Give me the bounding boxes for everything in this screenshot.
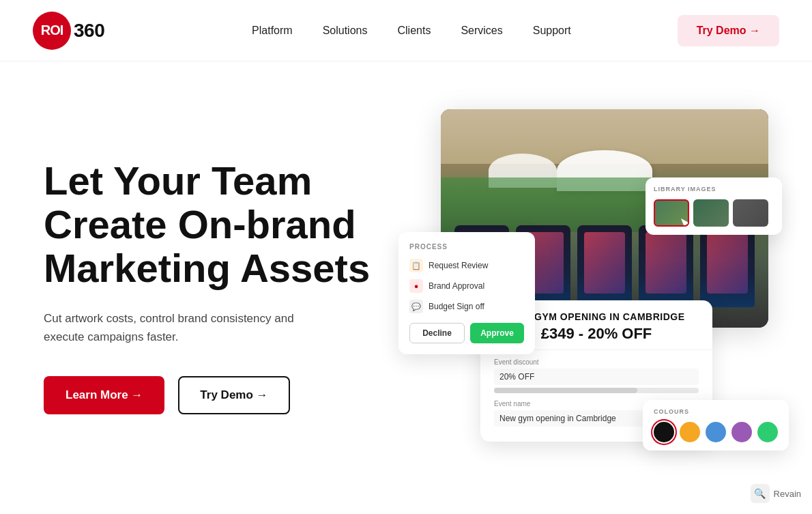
library-image-2[interactable] [693, 199, 729, 227]
colour-purple[interactable] [731, 422, 752, 442]
process-request-text: Request Review [429, 261, 488, 270]
nav-platform[interactable]: Platform [252, 25, 293, 37]
logo-roi: ROI [41, 23, 63, 38]
hero-title: Let Your Team Create On-brand Marketing … [44, 159, 371, 289]
library-panel: LIBRARY IMAGES [646, 177, 782, 235]
cursor-icon [681, 218, 689, 227]
colour-blue[interactable] [706, 422, 726, 442]
header-try-demo-button[interactable]: Try Demo → [678, 15, 779, 46]
field-discount-value: 20% OFF [494, 369, 699, 385]
colour-black[interactable] [654, 422, 674, 442]
process-item-budget: 💬 Budget Sign off [409, 300, 524, 313]
header: ROI 360 Platform Solutions Clients Servi… [0, 0, 812, 61]
hero-subtitle: Cut artwork costs, control brand consist… [44, 309, 310, 346]
try-demo-button[interactable]: Try Demo → [178, 376, 289, 414]
learn-more-button[interactable]: Learn More → [44, 376, 164, 414]
hero-mockup: PROCESS 📋 Request Review ● Brand Approva… [398, 109, 768, 464]
colours-panel: COLOURS [643, 400, 789, 451]
library-label: LIBRARY IMAGES [654, 186, 774, 192]
brand-approval-icon: ● [409, 279, 423, 293]
revain-icon: 🔍 [751, 484, 770, 503]
revain-text: Revain [774, 489, 801, 499]
process-label: PROCESS [409, 243, 524, 251]
revain-badge: 🔍 Revain [751, 484, 801, 503]
colours-row [654, 422, 778, 442]
logo[interactable]: ROI 360 [33, 12, 104, 50]
approve-button[interactable]: Approve [470, 323, 524, 343]
nav-clients[interactable]: Clients [397, 25, 431, 37]
request-review-icon: 📋 [409, 259, 423, 272]
main-nav: Platform Solutions Clients Services Supp… [252, 25, 571, 37]
decline-button[interactable]: Decline [409, 323, 465, 343]
hero-section: Let Your Team Create On-brand Marketing … [0, 61, 812, 498]
field-discount: Event discount 20% OFF [494, 358, 699, 393]
process-item-request: 📋 Request Review [409, 259, 524, 272]
colours-label: COLOURS [654, 408, 778, 415]
nav-support[interactable]: Support [533, 25, 571, 37]
process-brand-text: Brand Approval [429, 281, 484, 291]
colour-orange[interactable] [680, 422, 700, 442]
library-images-row [654, 199, 774, 227]
hero-buttons: Learn More → Try Demo → [44, 376, 371, 414]
process-panel: PROCESS 📋 Request Review ● Brand Approva… [398, 232, 535, 354]
process-budget-text: Budget Sign off [429, 302, 484, 311]
field-discount-label: Event discount [494, 358, 699, 366]
budget-signoff-icon: 💬 [409, 300, 423, 313]
library-image-3[interactable] [733, 199, 768, 227]
nav-solutions[interactable]: Solutions [323, 25, 368, 37]
library-image-1[interactable] [654, 199, 689, 227]
process-actions: Decline Approve [409, 323, 524, 343]
hero-left: Let Your Team Create On-brand Marketing … [44, 159, 371, 414]
nav-services[interactable]: Services [461, 25, 502, 37]
process-item-brand: ● Brand Approval [409, 279, 524, 293]
colour-green[interactable] [757, 422, 778, 442]
logo-360: 360 [68, 20, 104, 42]
